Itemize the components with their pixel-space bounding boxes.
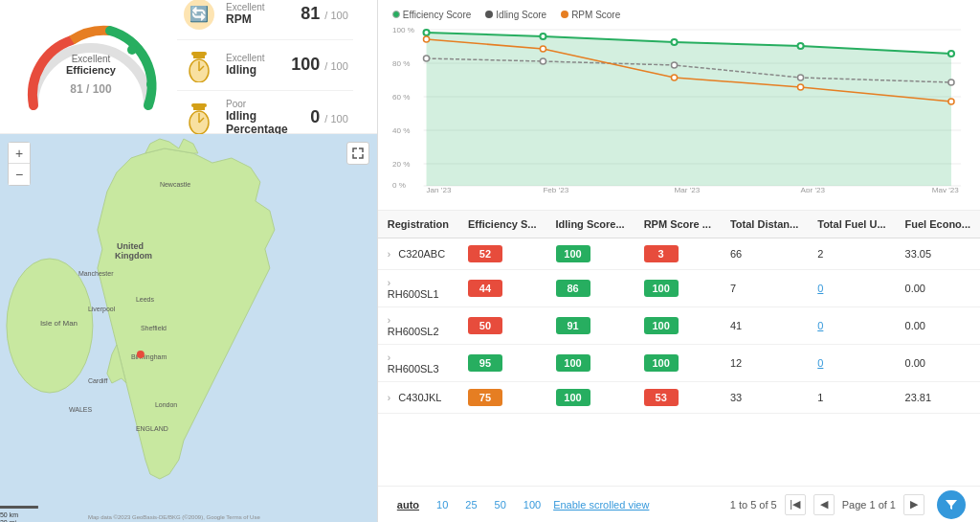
rpm-badge: 3 (644, 245, 679, 262)
efficiency-badge: 52 (468, 245, 502, 262)
svg-text:🔄: 🔄 (189, 5, 209, 23)
idling-pct-name: Idling Percentage (226, 109, 310, 136)
idling-badge: 100 (556, 354, 590, 372)
cell-registration: › RH600SL1 (378, 270, 458, 307)
cell-distance: 66 (721, 238, 808, 270)
pagination-bar: auto 10 25 50 100 Enable scrolled view 1… (378, 486, 980, 522)
size-50[interactable]: 50 (490, 497, 511, 512)
table-row[interactable]: › RH600SL2 50 91 100 41 0 0.00 (378, 307, 980, 345)
zoom-out-button[interactable]: − (9, 164, 30, 185)
svg-text:100 %: 100 % (392, 26, 414, 34)
chart-section: Efficiency Score Idling Score RPM Score … (378, 0, 980, 211)
fuel-link[interactable]: 0 (817, 320, 823, 331)
fuel-link[interactable]: 0 (817, 283, 823, 294)
cell-efficiency: 50 (458, 307, 546, 345)
idling-pct-info: Poor Idling Percentage (226, 99, 310, 136)
table-row[interactable]: › C430JKL 75 100 53 33 1 23.81 (378, 382, 980, 414)
row-expand[interactable]: › (388, 393, 395, 403)
size-25[interactable]: 25 (460, 497, 481, 512)
svg-text:Jan '23: Jan '23 (426, 186, 451, 193)
col-registration: Registration (378, 211, 458, 238)
cell-rpm: 100 (635, 345, 721, 382)
row-expand[interactable]: › (388, 278, 395, 288)
efficiency-badge: 44 (468, 280, 502, 297)
svg-text:London: London (155, 401, 177, 408)
svg-rect-9 (191, 103, 207, 107)
next-page-button[interactable]: ▶ (903, 494, 924, 515)
map-controls: + − (8, 142, 31, 186)
zoom-in-button[interactable]: + (9, 143, 30, 164)
cell-idling: 91 (546, 307, 635, 345)
size-10[interactable]: 10 (432, 497, 453, 512)
legend-idling-dot (485, 11, 493, 18)
chart-legend: Efficiency Score Idling Score RPM Score (392, 10, 966, 20)
svg-rect-4 (191, 52, 207, 56)
filter-button[interactable] (937, 490, 966, 519)
metric-idling: Excellent Idling 100 / 100 (177, 40, 353, 91)
size-auto[interactable]: auto (392, 497, 424, 512)
chart-svg: 100 % 80 % 60 % 40 % 20 % 0 % Jan '23 Fe… (392, 25, 966, 193)
gauge-section: Excellent Efficiency 81 / 100 🔄 Excellen… (0, 0, 377, 134)
col-eco: Fuel Econo... (896, 211, 980, 238)
cell-eco: 33.05 (896, 238, 980, 270)
table-row[interactable]: › RH600SL3 95 100 100 12 0 0.00 (378, 345, 980, 382)
svg-point-1 (146, 79, 156, 89)
cell-distance: 12 (721, 345, 808, 382)
svg-text:Newcastle: Newcastle (160, 181, 190, 188)
map-image: United Kingdom Isle of Man Liverpool Lee… (0, 134, 377, 522)
svg-text:Sheffield: Sheffield (141, 325, 167, 331)
idling-pct-quality: Poor (226, 99, 310, 109)
svg-text:Liverpool: Liverpool (88, 306, 116, 313)
row-expand[interactable]: › (388, 352, 395, 363)
pagination-right: 1 to 5 of 5 |◀ ◀ Page 1 of 1 ▶ (730, 490, 966, 519)
cell-efficiency: 52 (458, 238, 546, 270)
idling-name: Idling (226, 63, 291, 77)
cell-registration: › RH600SL2 (378, 307, 458, 345)
scroll-link[interactable]: Enable scrolled view (553, 499, 649, 511)
cell-fuel: 0 (808, 270, 895, 307)
cell-distance: 7 (721, 270, 808, 307)
svg-point-64 (797, 75, 803, 80)
prev-page-button[interactable]: ◀ (813, 494, 835, 515)
row-expand[interactable]: › (388, 249, 395, 260)
first-page-button[interactable]: |◀ (785, 494, 806, 515)
size-100[interactable]: 100 (519, 497, 546, 512)
rpm-badge: 100 (644, 280, 679, 297)
col-efficiency: Efficiency S... (458, 211, 546, 238)
fuel-link[interactable]: 0 (817, 357, 823, 369)
idling-score: 100 / 100 (291, 55, 348, 75)
svg-text:0 %: 0 % (392, 181, 406, 190)
legend-rpm-dot (561, 11, 568, 18)
svg-text:Leeds: Leeds (136, 296, 155, 303)
svg-point-60 (948, 51, 954, 57)
rpm-icon: 🔄 (182, 0, 216, 32)
svg-text:United: United (117, 241, 144, 251)
svg-point-67 (540, 46, 546, 52)
table-row[interactable]: › RH600SL1 44 86 100 7 0 0.00 (378, 270, 980, 307)
rpm-badge: 100 (644, 317, 679, 334)
svg-text:Apr '23: Apr '23 (800, 186, 825, 193)
cell-efficiency: 95 (458, 345, 546, 382)
svg-text:Map data ©2023 GeoBasis-DE/BKG: Map data ©2023 GeoBasis-DE/BKG (©2009), … (88, 514, 260, 520)
col-fuel: Total Fuel U... (808, 211, 895, 238)
table-row[interactable]: › C320ABC 52 100 3 66 2 33.05 (378, 238, 980, 270)
table-section[interactable]: Registration Efficiency S... Idling Scor… (378, 211, 980, 486)
svg-text:80 %: 80 % (392, 59, 410, 68)
legend-efficiency: Efficiency Score (392, 10, 472, 20)
metric-rpm: 🔄 Excellent RPM 81 / 100 (177, 0, 353, 40)
svg-point-61 (423, 56, 429, 61)
svg-point-70 (948, 99, 954, 104)
svg-point-69 (797, 84, 803, 90)
row-expand[interactable]: › (388, 315, 395, 326)
map-expand-button[interactable] (346, 142, 369, 165)
cell-rpm: 100 (635, 307, 721, 345)
rpm-badge: 53 (644, 389, 679, 406)
idling-icon (182, 48, 216, 82)
page-number: Page 1 of 1 (842, 499, 896, 511)
cell-fuel: 1 (808, 382, 895, 414)
svg-point-56 (423, 30, 429, 35)
legend-efficiency-dot (392, 11, 400, 18)
idling-pct-score: 0 / 100 (310, 107, 347, 127)
idling-info: Excellent Idling (226, 53, 291, 77)
col-rpm: RPM Score ... (635, 211, 721, 238)
